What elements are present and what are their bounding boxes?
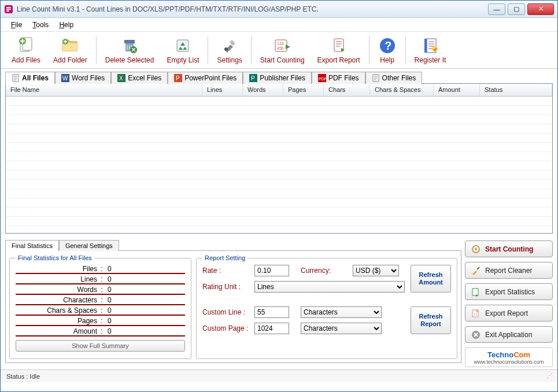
svg-point-12: [224, 47, 228, 51]
refresh-report-button[interactable]: Refresh Report: [411, 306, 451, 334]
tab-label: Other Files: [382, 74, 416, 82]
settings-button[interactable]: Settings: [210, 35, 248, 66]
svg-text:?: ?: [385, 39, 391, 52]
menu-tools[interactable]: Tools: [28, 20, 53, 30]
custom-page-input[interactable]: [254, 323, 289, 334]
title-bar: Line Count Mini v3.1 - Count Lines in DO…: [1, 1, 557, 18]
tab-powerpoint-files[interactable]: PPowerPoint Files: [168, 72, 243, 84]
svg-rect-36: [472, 289, 478, 295]
ppt-icon: P: [174, 74, 182, 82]
start-counting-label: Start Counting: [260, 56, 305, 64]
tab-general-settings[interactable]: General Settings: [59, 240, 119, 251]
grid-header: File Name Lines Words Pages Chars Chars …: [6, 84, 552, 97]
minimize-button[interactable]: —: [488, 3, 505, 15]
delete-icon: [120, 36, 139, 55]
custom-line-unit-select[interactable]: Characters: [301, 306, 382, 318]
toolbar-separator: [208, 36, 208, 64]
tab-excel-files[interactable]: XExcel Files: [111, 72, 168, 84]
export-report-button[interactable]: Export Report: [311, 35, 367, 66]
col-chars-spaces[interactable]: Chars & Spaces: [370, 84, 434, 96]
toolbar-separator: [96, 36, 97, 64]
side-exit-button[interactable]: Exit Application: [465, 326, 553, 343]
empty-list-button[interactable]: Empty List: [160, 35, 205, 66]
col-chars[interactable]: Chars: [324, 84, 370, 96]
stat-chars-spaces-value: 0: [104, 306, 185, 315]
tab-word-files[interactable]: WWord Files: [55, 72, 111, 84]
counting-icon: 123456: [273, 36, 291, 55]
side-export-report-label: Export Report: [485, 309, 528, 317]
grid-body[interactable]: [6, 97, 552, 233]
show-full-summary-button[interactable]: Show Full Summary: [16, 340, 185, 352]
stat-amount-label: Amount: [16, 327, 99, 335]
col-lines[interactable]: Lines: [202, 84, 243, 96]
stat-words-label: Words: [16, 286, 99, 294]
broom-icon: [471, 266, 481, 275]
add-folder-button[interactable]: Add Folder: [47, 35, 94, 66]
stat-words-value: 0: [104, 286, 185, 294]
side-export-statistics-button[interactable]: Export Statistics: [465, 283, 553, 300]
gear-icon: [471, 245, 481, 254]
tab-label: Excel Files: [128, 74, 161, 82]
menu-help[interactable]: Help: [54, 20, 78, 30]
refresh-amount-button[interactable]: Refresh Amount: [411, 265, 451, 293]
side-cleaner-label: Report Cleaner: [485, 267, 532, 275]
menu-file[interactable]: File: [6, 20, 27, 30]
tab-all-files[interactable]: All Files: [5, 72, 55, 84]
svg-rect-8: [124, 40, 135, 43]
col-pages[interactable]: Pages: [283, 84, 324, 96]
maximize-button[interactable]: ▢: [508, 3, 525, 15]
app-icon: [4, 5, 13, 14]
register-label: Register It: [415, 56, 446, 64]
delete-selected-button[interactable]: Delete Selected: [99, 35, 161, 66]
col-file-name[interactable]: File Name: [6, 84, 202, 96]
custom-line-input[interactable]: [254, 306, 289, 318]
empty-list-label: Empty List: [167, 56, 199, 64]
custom-page-unit-select[interactable]: Characters: [301, 323, 382, 334]
tab-pdf-files[interactable]: PDFPDF Files: [312, 72, 365, 84]
export-stats-icon: [471, 287, 481, 297]
col-words[interactable]: Words: [243, 84, 283, 96]
tab-final-statistics[interactable]: Final Statistics: [5, 240, 59, 251]
col-status[interactable]: Status: [480, 84, 552, 96]
stat-characters-label: Characters: [16, 296, 99, 304]
rating-unit-select[interactable]: Lines: [254, 281, 405, 293]
currency-select[interactable]: USD ($): [353, 265, 399, 276]
report-setting-legend: Report Setting: [202, 254, 247, 261]
resize-grip[interactable]: ⋰: [546, 372, 552, 380]
settings-icon: [220, 36, 239, 55]
svg-text:P: P: [176, 75, 180, 82]
brand-badge[interactable]: TechnoCom www.technocomsolutions.com: [465, 347, 553, 367]
add-files-button[interactable]: Add Files: [5, 35, 47, 66]
export-report-label: Export Report: [317, 56, 360, 64]
side-start-counting-button[interactable]: Start Counting: [465, 241, 553, 257]
side-exit-label: Exit Application: [485, 331, 532, 339]
svg-text:PDF: PDF: [319, 77, 326, 81]
svg-rect-2: [6, 9, 11, 10]
svg-text:456: 456: [277, 46, 284, 50]
tab-label: Publisher Files: [260, 74, 305, 82]
status-bar: Status : Idle ⋰: [1, 369, 557, 382]
other-icon: [372, 74, 380, 82]
svg-text:P: P: [251, 75, 255, 82]
stat-files-label: Files: [16, 265, 99, 273]
register-button[interactable]: Register It: [408, 35, 453, 66]
svg-rect-19: [424, 39, 427, 53]
side-export-report-button[interactable]: Export Report: [465, 305, 553, 321]
stat-lines-label: Lines: [16, 275, 99, 283]
add-folder-label: Add Folder: [53, 56, 87, 64]
svg-text:W: W: [62, 75, 68, 82]
svg-rect-1: [6, 7, 11, 8]
side-report-cleaner-button[interactable]: Report Cleaner: [465, 262, 553, 279]
help-label: Help: [380, 56, 394, 64]
help-button[interactable]: ? Help: [372, 35, 403, 66]
close-button[interactable]: ✕: [527, 3, 554, 15]
rate-input[interactable]: [254, 265, 289, 276]
stat-pages-label: Pages: [16, 317, 99, 325]
toolbar-separator: [369, 36, 369, 64]
bottom-tabs: Final Statistics General Settings: [5, 239, 461, 250]
status-text: Status : Idle: [6, 373, 40, 380]
start-counting-button[interactable]: 123456 Start Counting: [254, 35, 311, 66]
col-amount[interactable]: Amount: [434, 84, 480, 96]
tab-publisher-files[interactable]: PPublisher Files: [243, 72, 312, 84]
tab-other-files[interactable]: Other Files: [365, 72, 423, 84]
